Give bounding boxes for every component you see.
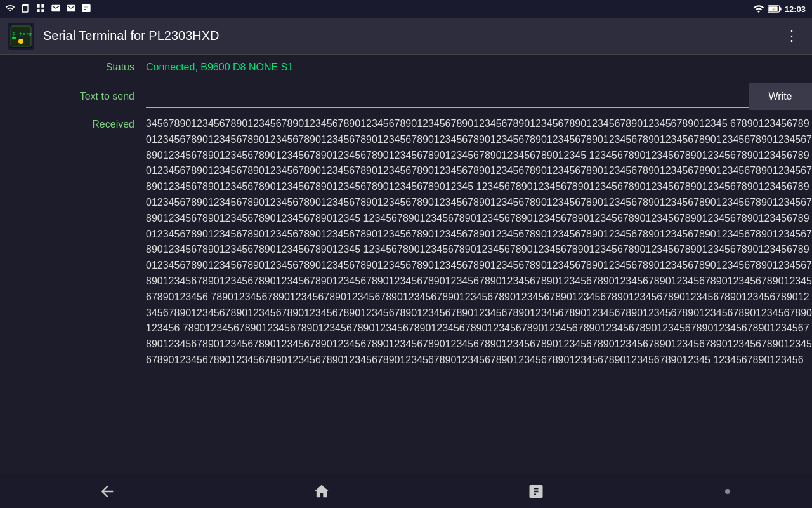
status-label: Status [0, 62, 146, 73]
status-info-row: Status Connected, B9600 D8 NONE S1 [0, 55, 812, 79]
text-to-send-input[interactable] [146, 85, 749, 108]
svg-rect-1 [780, 7, 782, 10]
nav-bar [0, 474, 812, 508]
svg-rect-7 [12, 37, 16, 39]
status-bar: ⚡ 12:03 [0, 0, 812, 18]
system-icons [5, 3, 91, 13]
status-icons-right: ⚡ 12:03 [753, 3, 806, 15]
main-content: Status Connected, B9600 D8 NONE S1 Text … [0, 55, 812, 481]
svg-text:$_term: $_term [12, 31, 32, 37]
home-icon [313, 483, 331, 500]
write-button[interactable]: Write [749, 83, 812, 110]
battery-icon: ⚡ [768, 4, 782, 13]
app-title: Serial Terminal for PL2303HXD [43, 29, 780, 43]
wifi-signal-icon [753, 3, 764, 15]
recents-icon [527, 483, 545, 500]
phone-icon [51, 3, 61, 13]
received-label: Received [0, 116, 146, 130]
app-icon: $_term [8, 23, 34, 50]
svg-text:⚡: ⚡ [771, 6, 777, 12]
app-logo: $_term [10, 25, 32, 48]
divider [0, 55, 812, 55]
back-icon [98, 483, 116, 500]
received-text: 3456789012345678901234567890123456789012… [146, 116, 812, 478]
terminal-icon [81, 3, 91, 13]
status-value: Connected, B9600 D8 NONE S1 [146, 62, 293, 73]
menu-button[interactable]: ⋮ [780, 24, 804, 48]
back-button[interactable] [82, 478, 133, 505]
wifi-icon [5, 3, 15, 13]
mail-icon [66, 3, 76, 13]
title-bar: $_term Serial Terminal for PL2303HXD ⋮ [0, 18, 812, 55]
send-row: Text to send Write [0, 79, 812, 114]
nav-dot [725, 489, 730, 494]
home-button[interactable] [296, 478, 347, 505]
received-row: Received 3456789012345678901234567890123… [0, 114, 812, 481]
grid-icon [36, 3, 46, 13]
svg-point-8 [18, 39, 23, 44]
send-label: Text to send [0, 91, 146, 102]
time-display: 12:03 [785, 4, 806, 14]
sim-icon [20, 3, 30, 13]
recents-button[interactable] [511, 478, 561, 505]
